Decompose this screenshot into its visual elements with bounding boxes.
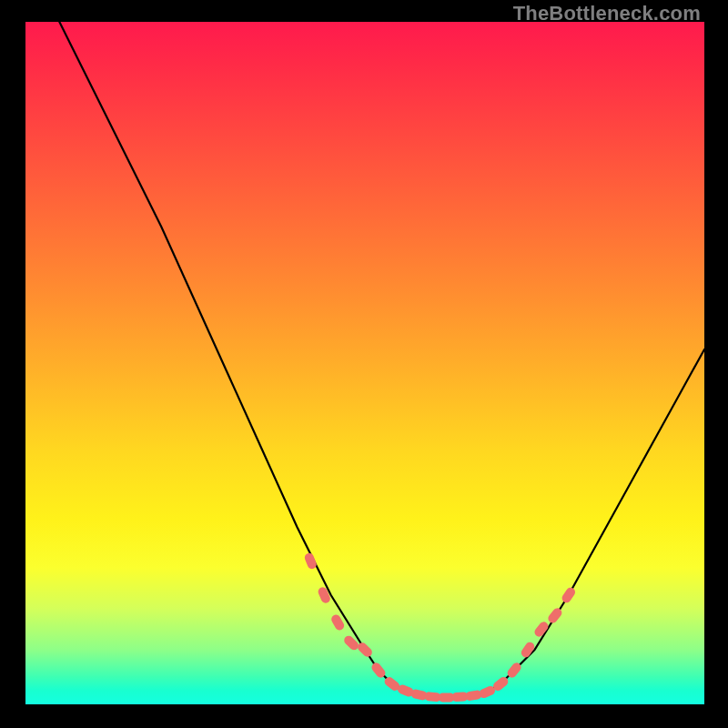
marker-point <box>356 641 374 659</box>
plot-area <box>25 22 704 704</box>
chart-frame <box>25 22 704 704</box>
marker-group <box>303 551 577 702</box>
marker-point <box>303 551 318 570</box>
curve-layer <box>25 22 704 704</box>
bottleneck-curve <box>25 22 704 698</box>
marker-point <box>317 586 331 605</box>
marker-point <box>561 586 577 605</box>
watermark-text: TheBottleneck.com <box>513 2 701 25</box>
marker-point <box>546 606 563 624</box>
